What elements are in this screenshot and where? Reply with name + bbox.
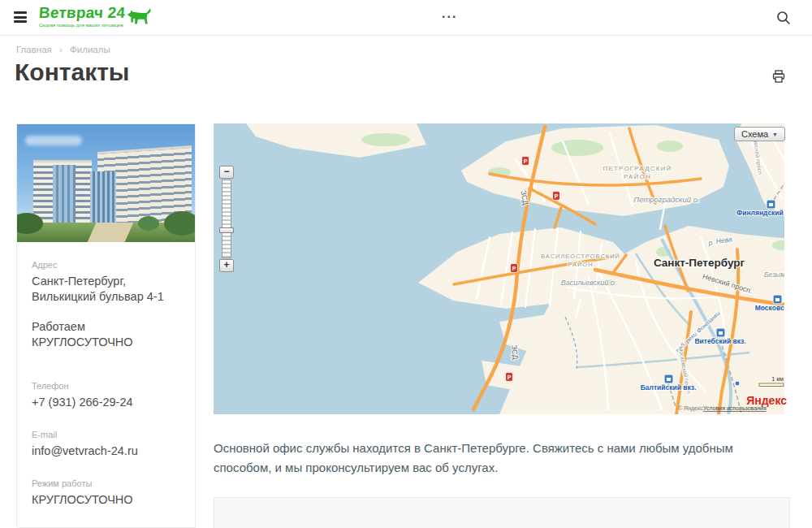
svg-text:Р: Р bbox=[555, 193, 559, 199]
map-canvas: ПЕТРОГРАДСКИЙ РАЙОН Петроградский о. ВАС… bbox=[214, 123, 790, 414]
photo-building-glass bbox=[53, 165, 76, 227]
svg-text:© Яндекс: © Яндекс bbox=[678, 405, 703, 412]
breadcrumb: Главная › Филиалы bbox=[16, 45, 110, 54]
header-more[interactable]: ... bbox=[442, 6, 457, 21]
worktime-line2: КРУГЛОСУТОЧНО bbox=[32, 335, 180, 350]
terms-link[interactable]: Условия использования bbox=[703, 405, 767, 411]
menu-icon[interactable] bbox=[14, 11, 27, 23]
search-icon[interactable] bbox=[776, 11, 791, 25]
email-label: E-mail bbox=[32, 430, 180, 439]
intro-paragraph: Основной офис службы находится в Санкт-П… bbox=[214, 439, 792, 478]
svg-text:Р: Р bbox=[512, 266, 516, 271]
caret-down-icon: ▼ bbox=[772, 132, 778, 137]
svg-text:Р: Р bbox=[508, 374, 512, 380]
map-attribution: © Яндекс Условия использования bbox=[678, 405, 767, 412]
contacts-page: Ветврач 24 Скорая помощь для ваших питом… bbox=[0, 0, 812, 528]
map-poi-dot bbox=[735, 381, 740, 386]
logo-title: Ветврач 24 bbox=[38, 4, 126, 22]
map-label-island2: Васильевский о. bbox=[561, 279, 617, 287]
zoom-out-button[interactable]: − bbox=[219, 166, 234, 179]
worktime-line1: Работаем bbox=[32, 319, 180, 335]
email-value: info@vetvrach-24.ru bbox=[32, 444, 180, 459]
page-title: Контакты bbox=[15, 58, 129, 86]
contact-info: Адрес Санкт-Петербург, Вилькицкий бульва… bbox=[17, 260, 195, 528]
schedule-label: Режим работы bbox=[32, 478, 180, 488]
address-label: Адрес bbox=[32, 260, 180, 270]
logo[interactable]: Ветврач 24 Скорая помощь для ваших питом… bbox=[39, 4, 152, 28]
breadcrumb-current[interactable]: Филиалы bbox=[70, 45, 110, 54]
map-label-city: Санкт-Петербург bbox=[654, 257, 745, 269]
zoom-slider-thumb[interactable] bbox=[219, 227, 234, 233]
photo-tree bbox=[138, 216, 159, 231]
schedule-value: КРУГЛОСУТОЧНО bbox=[32, 492, 180, 508]
map-label-district2b: РАЙОН bbox=[568, 261, 593, 268]
form-box bbox=[214, 497, 790, 528]
zoom-slider[interactable] bbox=[222, 180, 231, 258]
dog-icon bbox=[127, 7, 152, 27]
header: Ветврач 24 Скорая помощь для ваших питом… bbox=[0, 0, 812, 36]
breadcrumb-separator: › bbox=[59, 45, 63, 54]
breadcrumb-home-link[interactable]: Главная bbox=[16, 45, 52, 54]
photo-cloud bbox=[25, 136, 82, 145]
map-label-district1: ПЕТРОГРАДСКИЙ bbox=[603, 165, 672, 172]
map-station-finlyandsky: Финляндский вкз. bbox=[736, 209, 790, 217]
photo-building-mid bbox=[90, 171, 116, 228]
map-layer-label: Схема bbox=[741, 129, 768, 139]
photo-tree bbox=[164, 211, 195, 236]
map-station-baltiysky: Балтийский вкз. bbox=[641, 383, 697, 392]
logo-tagline: Скорая помощь для ваших питомцев bbox=[39, 23, 125, 28]
map-edge-strip bbox=[784, 123, 790, 414]
zoom-in-button[interactable]: + bbox=[219, 259, 234, 272]
print-icon[interactable] bbox=[772, 70, 785, 83]
map-station-vitebsky: Витебский вкз. bbox=[694, 337, 745, 345]
building-photo bbox=[17, 124, 195, 242]
svg-text:Р: Р bbox=[524, 158, 528, 164]
map-zoom-control: − + bbox=[219, 166, 234, 272]
map-label-district2: ВАСИЛЕОСТРОВСКИЙ bbox=[541, 253, 620, 260]
phone-value: +7 (931) 266-29-24 bbox=[32, 395, 180, 410]
map-label-island1: Петроградский о. bbox=[633, 195, 699, 204]
map-label-district1b: РАЙОН bbox=[624, 173, 651, 180]
address-line2: Вилькицкий бульвар 4-1 bbox=[32, 289, 180, 305]
yandex-map[interactable]: ПЕТРОГРАДСКИЙ РАЙОН Петроградский о. ВАС… bbox=[214, 123, 790, 414]
contact-card: Адрес Санкт-Петербург, Вилькицкий бульва… bbox=[16, 123, 196, 528]
svg-text:1 км: 1 км bbox=[771, 375, 784, 383]
map-layer-button[interactable]: Схема ▼ bbox=[734, 127, 785, 141]
address-line1: Санкт-Петербург, bbox=[32, 274, 180, 289]
phone-label: Телефон bbox=[32, 381, 180, 391]
